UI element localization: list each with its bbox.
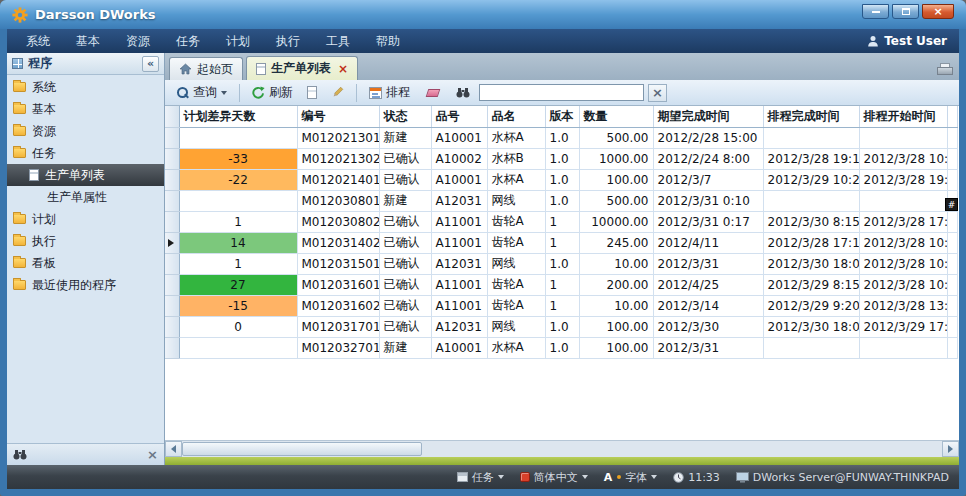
row-header[interactable] bbox=[165, 232, 179, 253]
cell: 100.00 bbox=[579, 337, 653, 358]
cell: A11001 bbox=[431, 211, 487, 232]
row-header[interactable] bbox=[165, 274, 179, 295]
row-header[interactable] bbox=[165, 190, 179, 211]
edit-button[interactable] bbox=[326, 84, 349, 101]
tab-start-page[interactable]: 起始页 bbox=[169, 57, 243, 80]
row-header[interactable] bbox=[165, 337, 179, 358]
table-row-2[interactable]: -22M012021401已确认A10001水杯A1.0100.002012/3… bbox=[165, 169, 957, 190]
sidebar-search-bar[interactable] bbox=[7, 443, 164, 465]
table-row-10[interactable]: M012032701新建A10001水杯A1.0100.002012/3/31 bbox=[165, 337, 957, 358]
sidebar-item-4[interactable]: 生产单列表 bbox=[7, 164, 164, 186]
table-row-4[interactable]: 1M012030802已确认A11001齿轮A110000.002012/3/3… bbox=[165, 211, 957, 232]
column-header-7[interactable]: 期望完成时间 bbox=[653, 106, 763, 127]
cell: 2012/3/29 10:20 bbox=[763, 169, 859, 190]
sidebar-item-5[interactable]: 生产单属性 bbox=[7, 186, 164, 208]
column-header-1[interactable]: 编号 bbox=[297, 106, 379, 127]
cell: 1.0 bbox=[545, 127, 579, 148]
sidebar-search-clear-icon[interactable] bbox=[147, 448, 158, 461]
tab-close-icon[interactable] bbox=[338, 63, 348, 75]
sidebar-item-8[interactable]: 看板 bbox=[7, 252, 164, 274]
table-row-7[interactable]: 27M012031601已确认A11001齿轮A1200.002012/4/25… bbox=[165, 274, 957, 295]
table-row-1[interactable]: -33M012021302已确认A10002水杯B1.01000.002012/… bbox=[165, 148, 957, 169]
cell: 1 bbox=[545, 295, 579, 316]
menu-item-1[interactable]: 基本 bbox=[63, 29, 113, 53]
scroll-right-button[interactable] bbox=[942, 441, 959, 457]
scrollbar-track[interactable] bbox=[182, 441, 942, 457]
sidebar-item-9[interactable]: 最近使用的程序 bbox=[7, 274, 164, 296]
cell: A12031 bbox=[431, 190, 487, 211]
horizontal-scrollbar[interactable] bbox=[165, 440, 959, 457]
panel-accent-strip bbox=[165, 457, 959, 465]
sidebar-item-label: 系统 bbox=[32, 79, 56, 96]
scroll-left-button[interactable] bbox=[165, 441, 182, 457]
cell: 水杯A bbox=[487, 169, 545, 190]
table-row-0[interactable]: M012021301新建A10001水杯A1.0500.002012/2/28 … bbox=[165, 127, 957, 148]
column-header-9[interactable]: 排程开始时间 bbox=[859, 106, 947, 127]
menu-item-0[interactable]: 系统 bbox=[13, 29, 63, 53]
find-button[interactable] bbox=[451, 85, 475, 100]
column-header-0[interactable]: 计划差异天数 bbox=[179, 106, 297, 127]
table-row-8[interactable]: -15M012031602已确认A11001齿轮A110.002012/3/14… bbox=[165, 295, 957, 316]
sidebar-item-3[interactable]: 任务 bbox=[7, 142, 164, 164]
row-header[interactable] bbox=[165, 148, 179, 169]
table-row-9[interactable]: 0M012031701已确认A12031网线1.0100.002012/3/30… bbox=[165, 316, 957, 337]
table-row-5[interactable]: 14M012031402已确认A11001齿轮A1245.002012/4/11… bbox=[165, 232, 957, 253]
menu-item-5[interactable]: 执行 bbox=[263, 29, 313, 53]
row-header[interactable] bbox=[165, 295, 179, 316]
main-panel: 起始页 生产单列表 查询 bbox=[165, 53, 959, 465]
arrow-left-icon bbox=[171, 445, 176, 453]
font-menu[interactable]: A 字体 bbox=[604, 470, 658, 485]
filter-input[interactable] bbox=[479, 84, 644, 101]
row-header[interactable] bbox=[165, 253, 179, 274]
column-header-4[interactable]: 品名 bbox=[487, 106, 545, 127]
pin-area[interactable] bbox=[937, 63, 951, 74]
sidebar-collapse-button[interactable] bbox=[142, 56, 159, 72]
sidebar-item-7[interactable]: 执行 bbox=[7, 230, 164, 252]
menu-item-2[interactable]: 资源 bbox=[113, 29, 163, 53]
tasks-menu[interactable]: 任务 bbox=[457, 470, 504, 485]
menu-item-3[interactable]: 任务 bbox=[163, 29, 213, 53]
new-button[interactable] bbox=[302, 84, 322, 101]
column-header-8[interactable]: 排程完成时间 bbox=[763, 106, 859, 127]
schedule-button[interactable]: 排程 bbox=[364, 82, 415, 103]
menu-item-4[interactable]: 计划 bbox=[213, 29, 263, 53]
menu-item-6[interactable]: 工具 bbox=[313, 29, 363, 53]
tab-bar: 起始页 生产单列表 bbox=[165, 53, 959, 80]
sidebar-item-1[interactable]: 基本 bbox=[7, 98, 164, 120]
minimize-button[interactable] bbox=[862, 4, 889, 19]
tab-production-order-list[interactable]: 生产单列表 bbox=[246, 56, 358, 80]
server-icon bbox=[736, 472, 749, 483]
row-header[interactable] bbox=[165, 316, 179, 337]
row-header[interactable] bbox=[165, 127, 179, 148]
maximize-button[interactable] bbox=[892, 4, 919, 19]
scrollbar-thumb[interactable] bbox=[182, 442, 422, 456]
table-row-3[interactable]: M012030801新建A12031网线1.0500.002012/3/31 0… bbox=[165, 190, 957, 211]
row-header[interactable] bbox=[165, 211, 179, 232]
cell: 1000.00 bbox=[579, 148, 653, 169]
sidebar-item-0[interactable]: 系统 bbox=[7, 76, 164, 98]
table-row-6[interactable]: 1M012031501已确认A12031网线1.010.002012/3/312… bbox=[165, 253, 957, 274]
title-bar[interactable]: Darsson DWorks bbox=[0, 0, 966, 29]
sidebar-items: 系统基本资源任务生产单列表生产单属性计划执行看板最近使用的程序 bbox=[7, 75, 164, 443]
column-header-5[interactable]: 版本 bbox=[545, 106, 579, 127]
binoculars-icon bbox=[456, 87, 470, 98]
filter-clear-button[interactable] bbox=[648, 84, 667, 102]
close-button[interactable] bbox=[922, 4, 954, 19]
query-button[interactable]: 查询 bbox=[171, 82, 232, 103]
refresh-button[interactable]: 刷新 bbox=[247, 82, 298, 103]
unschedule-button[interactable] bbox=[419, 87, 447, 99]
user-area[interactable]: Test User bbox=[867, 34, 953, 48]
cell: 齿轮A bbox=[487, 232, 545, 253]
column-header-3[interactable]: 品号 bbox=[431, 106, 487, 127]
column-header-6[interactable]: 数量 bbox=[579, 106, 653, 127]
sidebar-item-6[interactable]: 计划 bbox=[7, 208, 164, 230]
column-header-2[interactable]: 状态 bbox=[379, 106, 431, 127]
menu-item-7[interactable]: 帮助 bbox=[363, 29, 413, 53]
folder-icon bbox=[13, 214, 26, 224]
cell: 新建 bbox=[379, 127, 431, 148]
language-menu[interactable]: 简体中文 bbox=[520, 470, 588, 485]
row-header[interactable] bbox=[165, 169, 179, 190]
cell: 1.0 bbox=[545, 337, 579, 358]
sidebar-item-2[interactable]: 资源 bbox=[7, 120, 164, 142]
tab-label: 生产单列表 bbox=[271, 60, 331, 77]
